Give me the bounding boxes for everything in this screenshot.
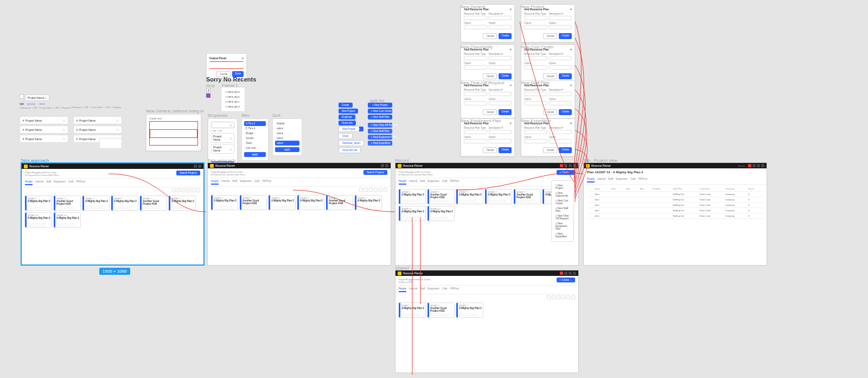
close-icon[interactable]: × xyxy=(570,84,572,87)
desc-field[interactable] xyxy=(489,130,512,134)
sort-option[interactable]: option xyxy=(275,136,299,141)
tab[interactable]: Craft xyxy=(254,180,260,185)
menu-item[interactable]: □ menu opt b xyxy=(224,94,242,99)
list-item[interactable]: Project Name☆ xyxy=(73,125,122,134)
type-field[interactable] xyxy=(464,56,487,60)
plan-card[interactable]: 101067 7A Mighty Big Plan 2 xyxy=(297,195,324,210)
plan-card[interactable]: 101067 7A Mighty Big Plan 2 xyxy=(211,195,238,210)
list-item[interactable]: Project Name☆ xyxy=(20,125,68,134)
plan-card[interactable]: 101067 7Another Good Project #103 xyxy=(240,195,267,210)
tab[interactable]: People xyxy=(211,180,219,185)
close-icon[interactable]: × xyxy=(510,8,512,11)
action-button[interactable]: + New Staff Plan xyxy=(368,115,392,119)
menu-item[interactable]: □ New Cost Center xyxy=(554,198,571,206)
filter-option[interactable]: Client xyxy=(244,141,266,146)
close-icon[interactable]: × xyxy=(510,122,512,125)
desc-field[interactable] xyxy=(549,16,572,20)
tab[interactable]: PR/Pool xyxy=(639,178,648,182)
create-button[interactable]: Create xyxy=(559,33,572,39)
create-button[interactable]: Create xyxy=(499,73,512,79)
tab[interactable]: Staff xyxy=(420,180,425,185)
plan-card[interactable]: 101067 7A Mighty Big Plan 2 xyxy=(82,196,110,211)
cancel-button[interactable]: Cancel xyxy=(543,109,557,115)
plan-card[interactable]: 101067 7A Mighty Big Plan 2 xyxy=(111,196,138,211)
cancel-button[interactable]: Cancel xyxy=(543,73,557,79)
tool-icon[interactable] xyxy=(172,188,176,192)
apply-button[interactable]: apply xyxy=(275,147,299,152)
tab[interactable]: Equipment xyxy=(54,180,66,185)
action-button[interactable]: Create xyxy=(339,103,353,108)
search-input[interactable]: Project Name⌕ xyxy=(25,94,49,101)
create-button[interactable]: Create xyxy=(499,33,512,39)
sort-option[interactable]: option xyxy=(275,126,299,131)
tab[interactable]: Staff xyxy=(608,178,613,182)
plan-card[interactable]: 101067 7A Mighty Big Plan 2 xyxy=(456,303,483,318)
menu-item[interactable]: □ menu opt d xyxy=(224,104,242,109)
filter-option[interactable]: Budget xyxy=(244,131,266,136)
tab[interactable]: Staff xyxy=(420,287,425,292)
plan-card[interactable]: 101067 7A Mighty Big Plan 2 xyxy=(485,189,512,204)
plan-card[interactable]: 101067 12A Mighty Big Plan 2 xyxy=(399,206,426,221)
create-button[interactable]: Create xyxy=(559,109,572,115)
menu-item[interactable]: □ New Opportunity xyxy=(554,191,571,198)
action-button[interactable]: + New Expedition xyxy=(368,141,392,146)
close-icon[interactable]: × xyxy=(510,48,512,51)
cancel-button[interactable]: Cancel xyxy=(483,33,497,39)
create-button[interactable]: Create xyxy=(559,73,572,79)
action-button[interactable]: New Project xyxy=(339,126,359,132)
tab[interactable]: People xyxy=(399,180,406,185)
tab[interactable]: Internal xyxy=(597,178,605,182)
search-input[interactable]: ⌕ xyxy=(211,122,234,128)
filter-option[interactable]: Actuals xyxy=(244,136,266,141)
sort-option[interactable]: option xyxy=(275,131,299,136)
tab[interactable]: Equipment xyxy=(616,178,628,182)
create-button[interactable]: Create xyxy=(499,147,512,153)
tab[interactable]: Equipment xyxy=(427,180,439,185)
plan-card[interactable]: 101067 7A Mighty Big Plan 2 xyxy=(269,195,296,210)
filter-option[interactable]: A Thru Z xyxy=(244,121,266,126)
plan-card[interactable]: 101067 12A Mighty Big Plan 2 xyxy=(25,212,52,228)
action-button[interactable]: + New Cost Center xyxy=(368,109,392,114)
type-field[interactable] xyxy=(524,130,547,134)
action-button[interactable]: Close xyxy=(339,133,353,139)
list-item[interactable]: Project Name☆ xyxy=(211,144,234,154)
action-button[interactable]: + New Equipment Plan xyxy=(368,135,392,140)
tab[interactable]: People xyxy=(25,180,33,185)
tab[interactable]: Equipment xyxy=(427,287,439,292)
plan-card[interactable]: 101067 7A Mighty Big Plan 2 xyxy=(399,303,426,318)
tab[interactable]: Internal xyxy=(221,180,229,185)
tab[interactable]: Internal xyxy=(35,180,43,185)
action-button[interactable]: Generate_report xyxy=(339,140,364,146)
plan-card[interactable]: 101067 7Another Good Project #103 xyxy=(427,303,455,318)
sort-option[interactable]: Header xyxy=(275,121,299,126)
table-row[interactable]: JohnStaffing CatTeam LeadCompany0 xyxy=(587,208,763,213)
menu-item[interactable]: □ New Equipment Plan xyxy=(554,221,571,231)
tab[interactable]: PR/Pool xyxy=(450,287,459,292)
menu-item[interactable]: □ New Expedition xyxy=(554,231,571,239)
tab[interactable]: People xyxy=(399,287,406,292)
tab[interactable]: Internal xyxy=(409,287,417,292)
close-icon[interactable]: × xyxy=(510,84,512,87)
plan-card[interactable]: 101067 12A Mighty Big Plan 2 xyxy=(54,212,81,228)
type-field[interactable] xyxy=(464,130,487,134)
plan-card[interactable]: 101067 7Another Good Project #103 xyxy=(427,189,455,204)
cancel-button[interactable]: Cancel xyxy=(543,147,557,153)
star-icon[interactable]: ☆ xyxy=(62,118,65,122)
type-field[interactable] xyxy=(524,92,547,96)
action-button[interactable]: + New Time-Off Request xyxy=(368,123,392,128)
tab[interactable]: Craft xyxy=(442,180,448,185)
table-row[interactable]: JohnStaffing CatTeam LeadCompany0 xyxy=(587,192,763,197)
plan-card[interactable]: 101067 7A Mighty Big Plan 2 xyxy=(355,195,382,210)
cancel-button[interactable]: Cancel xyxy=(483,73,497,79)
plan-card[interactable]: 101067 7Another Good Project #103 xyxy=(514,189,541,204)
tab[interactable]: Craft xyxy=(630,178,636,182)
plan-card[interactable]: 101067 7Another Good Project #103 xyxy=(140,196,167,211)
list-item[interactable]: Project Name☆ xyxy=(20,116,68,124)
table-row[interactable]: JohnStaffing CatTeam LeadCompany0 xyxy=(587,203,763,208)
plan-card[interactable]: 101067 7A Mighty Big Plan 2 xyxy=(25,196,52,211)
type-field[interactable] xyxy=(524,16,547,20)
create-button[interactable]: Create xyxy=(499,109,512,115)
desc-field[interactable] xyxy=(489,16,512,20)
sort-option[interactable]: option xyxy=(275,141,299,146)
menu-item[interactable]: □ New Time-Off Request xyxy=(554,213,571,221)
